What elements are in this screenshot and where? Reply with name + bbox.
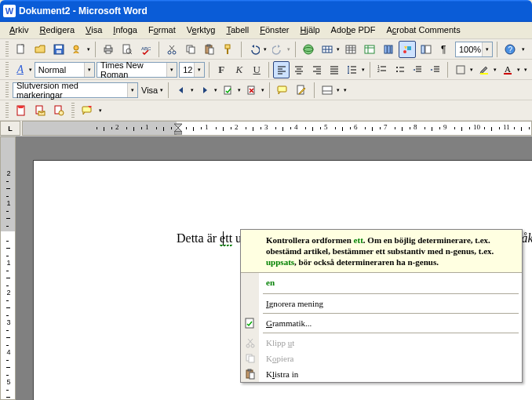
convert-to-pdf-email-button[interactable] xyxy=(31,102,49,119)
underline-button[interactable]: U xyxy=(249,61,264,78)
style-combo[interactable]: Normal ▾ xyxy=(35,62,95,78)
app-icon: W xyxy=(3,5,16,17)
numbered-list-button[interactable]: 12 xyxy=(374,61,390,78)
font-size-combo[interactable]: 12 ▾ xyxy=(179,62,205,78)
font-color-button[interactable]: A xyxy=(499,61,516,78)
cut-button[interactable] xyxy=(163,41,180,58)
svg-point-23 xyxy=(304,45,313,54)
line-spacing-button[interactable] xyxy=(344,61,361,78)
paste-button[interactable] xyxy=(201,41,218,58)
convert-to-pdf-button[interactable] xyxy=(13,102,30,119)
horizontal-ruler[interactable]: 21123456789101112 xyxy=(22,121,532,136)
menu-adobe-pdf[interactable]: Adobe PDF xyxy=(326,24,381,37)
redo-button[interactable] xyxy=(269,41,286,58)
menu-item-label: Klipp ut xyxy=(266,338,294,347)
grammar-context-menu: Kontrollera ordformen ett. Om en böjlig … xyxy=(240,229,523,383)
review-display-combo[interactable]: Slutversion med markeringar ▾ xyxy=(13,82,138,98)
menu-verktyg[interactable]: Verktyg xyxy=(182,24,220,37)
save-button[interactable] xyxy=(50,41,67,58)
menu-redigera[interactable]: Redigera xyxy=(35,24,79,37)
accept-change-button[interactable] xyxy=(220,82,237,99)
help-button[interactable]: ? xyxy=(501,41,519,58)
align-left-button[interactable] xyxy=(273,61,289,78)
toolbar-grip[interactable] xyxy=(5,62,9,78)
increase-indent-button[interactable] xyxy=(428,61,443,78)
new-doc-button[interactable] xyxy=(13,41,30,58)
align-right-button[interactable] xyxy=(308,61,324,78)
toolbar-grip[interactable] xyxy=(71,103,75,118)
highlight-button[interactable] xyxy=(476,61,493,78)
ruler-row: L 21123456789101112 xyxy=(0,121,532,136)
zoom-combo[interactable]: 100% ▾ xyxy=(455,42,493,57)
chevron-down-icon[interactable]: ▾ xyxy=(194,63,204,77)
print-button[interactable] xyxy=(100,41,117,58)
chevron-down-icon[interactable]: ▾ xyxy=(166,63,177,77)
menu-arkiv[interactable]: Arkiv xyxy=(5,24,33,37)
svg-rect-42 xyxy=(421,45,425,53)
svg-rect-41 xyxy=(407,46,411,50)
menu-format[interactable]: Format xyxy=(144,24,180,37)
toolbar-grip[interactable] xyxy=(5,82,9,98)
menu-item-label: Kopiera xyxy=(266,354,293,363)
style-indicator[interactable]: A xyxy=(13,61,28,78)
tab-selector[interactable]: L xyxy=(0,121,20,136)
svg-rect-88 xyxy=(322,86,332,94)
font-combo[interactable]: Times New Roman ▾ xyxy=(97,62,177,78)
grammar-dialog-item[interactable]: Grammatik... xyxy=(241,315,522,331)
grammar-suggestion-item[interactable]: en xyxy=(241,273,522,292)
next-change-button[interactable] xyxy=(196,82,213,99)
drawing-toolbar-button[interactable] xyxy=(399,41,416,58)
svg-text:A: A xyxy=(505,64,511,74)
svg-rect-81 xyxy=(480,73,488,75)
vertical-ruler[interactable]: 2112345 xyxy=(0,136,16,400)
grammar-error-word[interactable]: ett xyxy=(220,231,232,245)
chevron-down-icon[interactable]: ▾ xyxy=(127,83,137,97)
align-center-button[interactable] xyxy=(291,61,307,78)
menu-hjalp[interactable]: Hjälp xyxy=(296,24,325,37)
insert-worksheet-button[interactable] xyxy=(361,41,378,58)
convert-to-pdf-review-button[interactable] xyxy=(50,102,67,119)
format-painter-button[interactable] xyxy=(220,41,237,58)
bulleted-list-button[interactable] xyxy=(392,61,408,78)
decrease-indent-button[interactable] xyxy=(410,61,425,78)
track-changes-button[interactable] xyxy=(293,82,310,99)
insert-table-button[interactable] xyxy=(342,41,359,58)
font-size-value: 12 xyxy=(183,65,192,75)
menu-tabell[interactable]: Tabell xyxy=(221,24,253,37)
justify-button[interactable] xyxy=(326,61,342,78)
undo-button[interactable] xyxy=(246,41,263,58)
prev-change-button[interactable] xyxy=(173,82,190,99)
new-comment-button[interactable] xyxy=(274,82,291,99)
svg-line-10 xyxy=(130,53,132,54)
show-formatting-button[interactable]: ¶ xyxy=(436,41,454,58)
menu-fonster[interactable]: Fönster xyxy=(255,24,293,37)
menu-acrobat-comments[interactable]: Acrobat Comments xyxy=(382,24,465,37)
borders-button[interactable] xyxy=(452,61,469,78)
chevron-down-icon[interactable]: ▾ xyxy=(84,63,94,77)
columns-button[interactable] xyxy=(380,41,397,58)
hyperlink-button[interactable] xyxy=(300,41,317,58)
open-button[interactable] xyxy=(31,41,49,58)
italic-button[interactable]: K xyxy=(231,61,246,78)
show-menu-label[interactable]: Visa xyxy=(140,85,159,95)
chevron-down-icon[interactable]: ▾ xyxy=(482,42,492,56)
bold-button[interactable]: F xyxy=(213,61,229,78)
menu-infoga[interactable]: Infoga xyxy=(108,24,142,37)
svg-rect-83 xyxy=(504,73,512,75)
ignore-sentence-item[interactable]: Ignorera mening xyxy=(241,296,522,311)
acrobat-comments-button[interactable] xyxy=(78,102,96,119)
doc-map-button[interactable] xyxy=(417,41,435,58)
toolbar-grip[interactable] xyxy=(5,42,9,57)
copy-button[interactable] xyxy=(182,41,199,58)
permission-button[interactable] xyxy=(69,41,86,58)
paste-item[interactable]: Klistra in xyxy=(241,366,522,382)
menu-visa[interactable]: Visa xyxy=(81,24,107,37)
toolbar-grip[interactable] xyxy=(5,103,9,118)
spellcheck-button[interactable]: ABC xyxy=(137,41,155,58)
reviewing-pane-button[interactable] xyxy=(319,82,336,99)
reject-change-button[interactable] xyxy=(243,82,261,99)
tables-borders-button[interactable] xyxy=(319,41,336,58)
svg-point-71 xyxy=(396,71,398,72)
print-preview-button[interactable] xyxy=(118,41,136,58)
svg-rect-97 xyxy=(246,318,253,328)
